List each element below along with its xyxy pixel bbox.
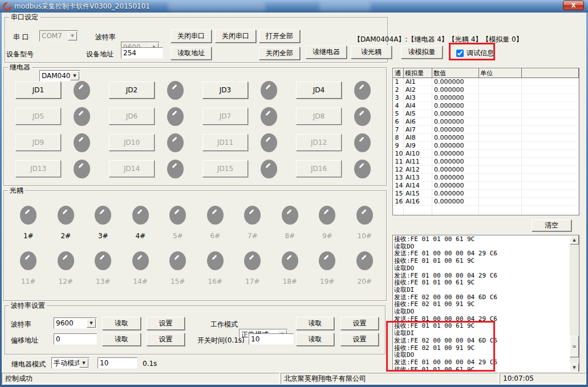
switchtime-set-button[interactable]: 设置: [340, 333, 379, 346]
clear-button[interactable]: 清空: [532, 219, 571, 231]
relay-button-jd3[interactable]: JD3: [202, 82, 248, 99]
analog-row[interactable]: 5AI50.000000: [394, 110, 579, 118]
analog-row[interactable]: 10AI100.000000: [394, 150, 579, 158]
device-addr-label: 设备地址: [86, 50, 113, 59]
analog-row[interactable]: 15AI150.000000: [394, 190, 579, 198]
analog-header-cell: [522, 69, 579, 78]
analog-row[interactable]: 4AI40.000000: [394, 102, 579, 110]
close-serial-button-2[interactable]: 关闭串口: [215, 30, 256, 43]
opto-indicator: [95, 251, 111, 270]
analog-row[interactable]: 6AI60.000000: [394, 118, 579, 126]
open-all-button[interactable]: 打开全部: [259, 30, 300, 43]
read-addr-button[interactable]: 读取地址: [171, 47, 212, 60]
relay-button-jd5: JD5: [15, 108, 61, 125]
debug-checkbox[interactable]: [456, 50, 464, 57]
analog-cell: 15: [394, 190, 404, 198]
relay-button-jd4[interactable]: JD4: [296, 82, 342, 99]
analog-table-header: 通模拟量数值单位: [394, 69, 579, 78]
log-line: 发送:FE 01 00 00 00 04 29 C6: [394, 359, 569, 366]
analog-cell: 0.000000: [432, 126, 479, 134]
opto-channel: 4#: [132, 206, 149, 240]
relay-cell: JD11: [202, 129, 296, 156]
analog-cell: AI5: [404, 110, 432, 118]
opto-indicator: [169, 206, 186, 225]
switchtime-read-button[interactable]: 读取: [296, 333, 334, 346]
analog-row[interactable]: 3AI30.000000: [394, 94, 579, 102]
opto-channel: 12#: [58, 251, 74, 286]
opto-label: 2#: [60, 232, 71, 240]
analog-row[interactable]: 13AI130.000000: [394, 174, 579, 182]
relay-button-jd1[interactable]: JD1: [15, 82, 61, 99]
opto-channel: 7#: [244, 206, 261, 240]
analog-row[interactable]: 11AI110.000000: [394, 158, 579, 166]
relay-cell: JD9: [15, 129, 109, 156]
log-line: 读取DI: [394, 330, 569, 337]
opto-label: 9#: [322, 232, 332, 240]
baud2-select[interactable]: 9600 ▼: [54, 317, 97, 329]
analog-row[interactable]: 7AI70.000000: [394, 126, 579, 134]
relay-mode-select[interactable]: 手动模式 ▼: [51, 357, 90, 369]
app-icon: [3, 2, 11, 11]
scrollbar-thumb[interactable]: ≡: [570, 336, 579, 357]
close-all-button[interactable]: 关闭全部: [259, 47, 300, 60]
opto-indicator: [282, 206, 298, 225]
relay-cell: JD8: [296, 103, 390, 129]
analog-row[interactable]: 16AI160.000000: [394, 198, 579, 206]
opto-label: 10#: [358, 232, 372, 240]
log-text: 接收:FE 01 01 00 61 9C读取DO发送:FE 01 00 00 0…: [394, 236, 569, 372]
titlebar-glass-artifact: [168, 2, 265, 11]
read-relay-button[interactable]: 读继电器: [306, 46, 347, 59]
relay-mode-time-input[interactable]: [98, 357, 137, 369]
analog-row[interactable]: 9AI90.000000: [394, 142, 579, 150]
baud-read-button[interactable]: 读取: [102, 317, 141, 330]
analog-cell: 2: [394, 86, 404, 94]
offset-read-button[interactable]: 读取: [102, 333, 141, 346]
offset-set-button[interactable]: 设置: [147, 333, 185, 346]
analog-row[interactable]: 14AI140.000000: [394, 182, 579, 190]
log-line: 读取DO: [394, 265, 569, 272]
relay-cell: JD5: [15, 103, 109, 129]
offset-addr-input[interactable]: [54, 333, 97, 345]
baud-set-button[interactable]: 设置: [147, 317, 185, 330]
opto-channel: 3#: [95, 206, 111, 240]
analog-cell: 0.000000: [432, 190, 479, 198]
statusbar: 控制成功 北京聚英翱翔电子有限公司 10:07:05: [2, 372, 586, 385]
switchtime-input[interactable]: [249, 333, 294, 345]
opto-channel: 17#: [244, 251, 261, 286]
relay-mode-unit-label: 0.1s: [143, 360, 157, 368]
log-line: 接收:FE 02 01 00 91 9C: [394, 345, 569, 352]
device-model-label: 设备型号: [6, 50, 34, 59]
workmode-read-button[interactable]: 读取: [296, 317, 334, 330]
relay-group-title: 继电器: [8, 63, 32, 71]
analog-cell: [432, 206, 479, 214]
scroll-down-icon[interactable]: ▼: [570, 363, 579, 372]
opto-label: 5#: [173, 232, 183, 240]
analog-cell: 13: [394, 174, 404, 182]
scroll-up-icon[interactable]: ▲: [570, 235, 579, 245]
relay-button-jd13: JD13: [15, 160, 61, 177]
analog-cell: [522, 166, 579, 174]
read-analog-button[interactable]: 读模拟量: [401, 46, 443, 59]
close-serial-button-1[interactable]: 关闭串口: [171, 30, 212, 43]
relay-cell: JD7: [202, 103, 296, 129]
read-opto-button[interactable]: 读光耦: [351, 46, 392, 59]
analog-cell: 0.000000: [432, 182, 479, 190]
analog-cell: [479, 102, 522, 110]
opto-indicator: [319, 251, 335, 270]
close-button[interactable]: X: [563, 1, 584, 10]
analog-row[interactable]: 2AI20.000000: [394, 86, 579, 94]
log-line: 读取DI: [394, 287, 569, 294]
com-port-value: COM7: [42, 32, 62, 40]
relay-button-jd2[interactable]: JD2: [109, 82, 155, 99]
analog-cell: [479, 174, 522, 182]
switchtime-label: 开关时间(0.1s): [197, 336, 245, 345]
analog-row[interactable]: 12AI120.000000: [394, 166, 579, 174]
analog-row[interactable]: 8AI80.000000: [394, 134, 579, 142]
workmode-set-button[interactable]: 设置: [340, 317, 379, 330]
analog-cell: AI10: [404, 150, 432, 158]
analog-row[interactable]: 1AI10.000000: [394, 78, 579, 86]
analog-cell: AI12: [404, 166, 432, 174]
device-addr-input[interactable]: [121, 47, 163, 59]
opto-label: 18#: [283, 278, 297, 286]
log-scrollbar[interactable]: ▲ ≡ ▼: [570, 235, 579, 372]
